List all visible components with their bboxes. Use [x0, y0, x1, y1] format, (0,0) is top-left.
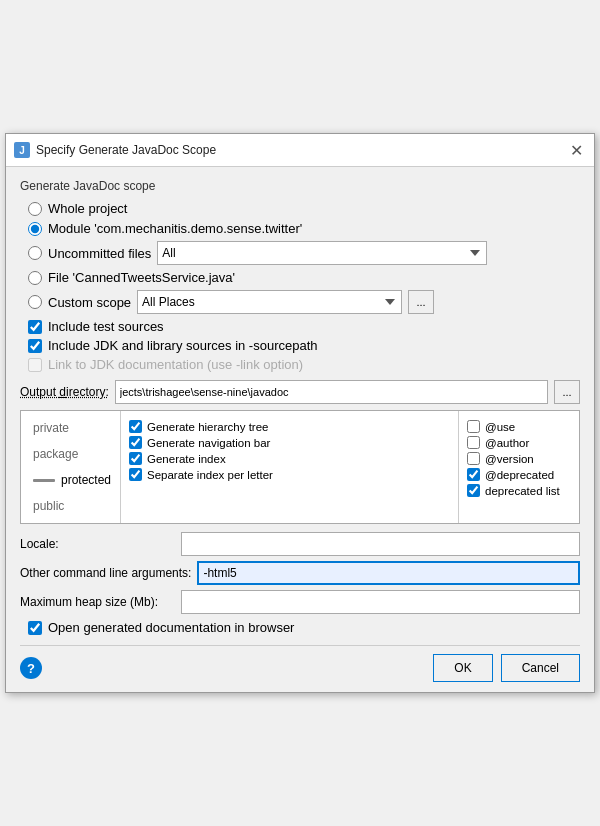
check-include-jdk-label: Include JDK and library sources in -sour…	[48, 338, 318, 353]
tag-deprecated-list: deprecated list	[467, 484, 571, 497]
vis-private[interactable]: private	[21, 415, 120, 441]
cmdargs-label: Other command line arguments:	[20, 566, 191, 580]
radio-uncommitted: Uncommitted files All	[28, 241, 580, 265]
check-include-jdk-input[interactable]	[28, 339, 42, 353]
options-panel: Generate hierarchy tree Generate navigat…	[121, 411, 459, 523]
vis-package[interactable]: package	[21, 441, 120, 467]
opt-sep-index: Separate index per letter	[129, 468, 450, 481]
vis-public[interactable]: public	[21, 493, 120, 519]
check-include-test-label: Include test sources	[48, 319, 164, 334]
check-link-jdk: Link to JDK documentation (use -link opt…	[28, 357, 580, 372]
output-dir-row: Output directory: ...	[20, 380, 580, 404]
tag-use-label: @use	[485, 421, 515, 433]
check-open-browser-label: Open generated documentation in browser	[48, 620, 294, 635]
tag-deprecated-list-label: deprecated list	[485, 485, 560, 497]
titlebar: J Specify Generate JavaDoc Scope ✕	[6, 134, 594, 167]
radio-whole-project: Whole project	[28, 201, 580, 216]
main-options-panel: private package protected public Generat…	[20, 410, 580, 524]
opt-navbar: Generate navigation bar	[129, 436, 450, 449]
radio-uncommitted-input[interactable]	[28, 246, 42, 260]
opt-hierarchy-label: Generate hierarchy tree	[147, 421, 268, 433]
locale-row: Locale:	[20, 532, 580, 556]
radio-file: File 'CannedTweetsService.java'	[28, 270, 580, 285]
check-link-jdk-label: Link to JDK documentation (use -link opt…	[48, 357, 303, 372]
opt-navbar-label: Generate navigation bar	[147, 437, 270, 449]
close-button[interactable]: ✕	[566, 140, 586, 160]
locale-label: Locale:	[20, 537, 175, 551]
dialog-title: Specify Generate JavaDoc Scope	[36, 143, 566, 157]
cancel-button[interactable]: Cancel	[501, 654, 580, 682]
cmdargs-input[interactable]	[197, 561, 580, 585]
tag-version-input[interactable]	[467, 452, 480, 465]
scope-group-label: Generate JavaDoc scope	[20, 179, 580, 193]
tag-version-label: @version	[485, 453, 534, 465]
opt-sep-index-input[interactable]	[129, 468, 142, 481]
radio-whole-project-input[interactable]	[28, 202, 42, 216]
opt-index-input[interactable]	[129, 452, 142, 465]
vis-protected[interactable]: protected	[21, 467, 120, 493]
heap-input[interactable]	[181, 590, 580, 614]
check-include-test-input[interactable]	[28, 320, 42, 334]
opt-hierarchy-input[interactable]	[129, 420, 142, 433]
tag-author-input[interactable]	[467, 436, 480, 449]
tag-author: @author	[467, 436, 571, 449]
opt-index: Generate index	[129, 452, 450, 465]
radio-module-label: Module 'com.mechanitis.demo.sense.twitte…	[48, 221, 302, 236]
dialog: J Specify Generate JavaDoc Scope ✕ Gener…	[5, 133, 595, 693]
radio-custom-label: Custom scope	[48, 295, 131, 310]
dialog-icon: J	[14, 142, 30, 158]
radio-file-input[interactable]	[28, 271, 42, 285]
tag-deprecated: @deprecated	[467, 468, 571, 481]
help-button[interactable]: ?	[20, 657, 42, 679]
bottom-row: ? OK Cancel	[20, 645, 580, 682]
radio-module-input[interactable]	[28, 222, 42, 236]
cmdargs-row: Other command line arguments:	[20, 561, 580, 585]
opt-index-label: Generate index	[147, 453, 226, 465]
heap-row: Maximum heap size (Mb):	[20, 590, 580, 614]
opt-navbar-input[interactable]	[129, 436, 142, 449]
uncommitted-dropdown[interactable]: All	[157, 241, 487, 265]
radio-uncommitted-label: Uncommitted files	[48, 246, 151, 261]
dialog-content: Generate JavaDoc scope Whole project Mod…	[6, 167, 594, 692]
radio-module: Module 'com.mechanitis.demo.sense.twitte…	[28, 221, 580, 236]
tag-deprecated-label: @deprecated	[485, 469, 554, 481]
check-include-test: Include test sources	[28, 319, 580, 334]
tag-deprecated-input[interactable]	[467, 468, 480, 481]
tag-deprecated-list-input[interactable]	[467, 484, 480, 497]
check-open-browser: Open generated documentation in browser	[28, 620, 580, 635]
opt-hierarchy: Generate hierarchy tree	[129, 420, 450, 433]
radio-whole-project-label: Whole project	[48, 201, 127, 216]
tags-panel: @use @author @version @deprecated deprec…	[459, 411, 579, 523]
ok-button[interactable]: OK	[433, 654, 492, 682]
custom-scope-btn[interactable]: ...	[408, 290, 434, 314]
output-dir-browse-btn[interactable]: ...	[554, 380, 580, 404]
radio-custom: Custom scope All Places ...	[28, 290, 580, 314]
tag-use: @use	[467, 420, 571, 433]
check-link-jdk-input	[28, 358, 42, 372]
tag-author-label: @author	[485, 437, 529, 449]
tag-version: @version	[467, 452, 571, 465]
opt-sep-index-label: Separate index per letter	[147, 469, 273, 481]
custom-scope-dropdown[interactable]: All Places	[137, 290, 402, 314]
tag-use-input[interactable]	[467, 420, 480, 433]
output-dir-label: Output directory:	[20, 385, 109, 399]
output-dir-input[interactable]	[115, 380, 548, 404]
heap-label: Maximum heap size (Mb):	[20, 595, 175, 609]
radio-file-label: File 'CannedTweetsService.java'	[48, 270, 235, 285]
check-include-jdk: Include JDK and library sources in -sour…	[28, 338, 580, 353]
visibility-panel: private package protected public	[21, 411, 121, 523]
locale-input[interactable]	[181, 532, 580, 556]
radio-custom-input[interactable]	[28, 295, 42, 309]
check-open-browser-input[interactable]	[28, 621, 42, 635]
